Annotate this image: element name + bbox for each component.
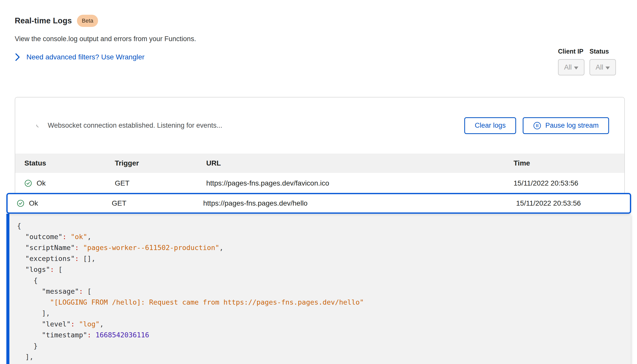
caret-down-icon [574, 63, 578, 71]
client-ip-filter: Client IP All [558, 48, 584, 75]
chevron-right-icon [15, 53, 20, 61]
status-filter: Status All [590, 48, 616, 75]
column-header-status: Status [24, 159, 115, 167]
filters: Client IP All Status All [558, 48, 616, 75]
realtime-logs-page: Real-time Logs Beta View the console.log… [0, 0, 637, 364]
status-dropdown[interactable]: All [590, 59, 616, 75]
table-row[interactable]: Ok GET https://pages-fns.pages.dev/favic… [15, 173, 624, 194]
row-trigger: GET [112, 199, 203, 207]
pause-log-stream-button[interactable]: Pause log stream [523, 117, 609, 134]
table-row-selected[interactable]: Ok GET https://pages-fns.pages.dev/hello… [6, 193, 631, 214]
clear-logs-button[interactable]: Clear logs [464, 117, 516, 134]
clear-logs-label: Clear logs [475, 122, 506, 129]
table-header: Status Trigger URL Time [15, 154, 624, 173]
websocket-status: Websocket connection established. Listen… [36, 121, 222, 130]
status-filter-label: Status [590, 48, 616, 55]
pause-log-stream-label: Pause log stream [545, 122, 599, 129]
row-url: https://pages-fns.pages.dev/hello [203, 199, 516, 207]
page-header: Real-time Logs Beta View the console.log… [15, 15, 196, 61]
column-header-trigger: Trigger [115, 159, 206, 167]
row-url: https://pages-fns.pages.dev/favicon.ico [206, 179, 514, 187]
websocket-status-text: Websocket connection established. Listen… [48, 122, 222, 129]
log-detail-json: { "outcome": "ok", "scriptName": "pages-… [17, 220, 623, 362]
wrangler-link-label: Need advanced filters? Use Wrangler [26, 53, 145, 61]
row-trigger: GET [115, 179, 206, 187]
column-header-url: URL [206, 159, 514, 167]
row-status: Ok [37, 179, 46, 187]
pause-icon [533, 122, 541, 130]
beta-badge: Beta [77, 15, 98, 27]
wrangler-filters-link[interactable]: Need advanced filters? Use Wrangler [15, 53, 145, 61]
check-circle-icon [17, 200, 24, 207]
client-ip-dropdown[interactable]: All [558, 59, 584, 75]
client-ip-value: All [564, 63, 572, 71]
client-ip-label: Client IP [558, 48, 584, 55]
row-status: Ok [29, 199, 38, 207]
log-detail-panel: { "outcome": "ok", "scriptName": "pages-… [6, 214, 631, 364]
caret-down-icon [606, 63, 610, 71]
row-time: 15/11/2022 20:53:56 [516, 199, 620, 207]
page-title: Real-time Logs [15, 16, 72, 25]
check-circle-icon [24, 179, 32, 187]
row-time: 15/11/2022 20:53:56 [514, 179, 614, 187]
log-stream-toolbar: Websocket connection established. Listen… [15, 97, 624, 154]
column-header-time: Time [514, 159, 614, 167]
spinner-icon [36, 121, 42, 130]
status-filter-value: All [596, 63, 603, 71]
page-description: View the console.log output and errors f… [15, 35, 196, 43]
